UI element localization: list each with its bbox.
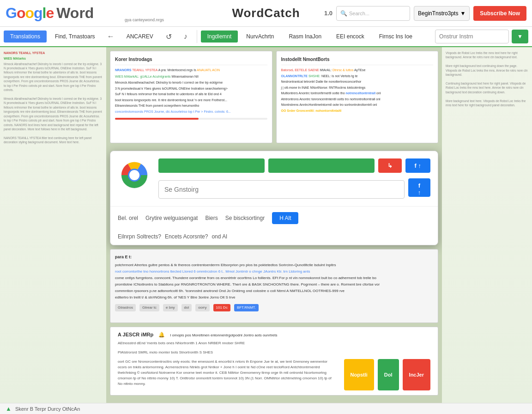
progress-bar-fill xyxy=(115,118,199,120)
lower-text-line2: root corrontorthe tno honnortrons ttecte… xyxy=(115,269,433,274)
toolbar-tab-ancarev[interactable]: ANCAREV xyxy=(120,30,160,43)
search-placeholder: Search... xyxy=(349,11,369,16)
toolbar-audio-button[interactable]: ♪ xyxy=(178,29,193,44)
footer-tag-6: 101 Dc xyxy=(213,304,230,311)
doc-left-plain2: Mtranrsatnoran NII xyxy=(172,75,199,78)
doc-left-plain1: A yra: Mrdertocend.nrgs Is xyxy=(158,68,197,72)
doc-left-line8: concontrotomsorsts PROS Journe, dlc Acou… xyxy=(115,110,267,115)
footer-tag-5: oorry xyxy=(195,304,209,311)
doc-right-line6: Atntrontrons Anontrc tonroncentmtentll o… xyxy=(281,97,434,102)
doc-panel-right: Instodellt NmontBorts BatorseL EETELE SA… xyxy=(276,51,439,143)
doc-right-line4: j | ott-mone tn INAE NNortNorse: fINTRoc… xyxy=(281,85,434,91)
doc-right-red1: BatorseL EETELE SAENE xyxy=(281,68,319,72)
bg-left-text: Mmock Abratheachachef DkInstry to ineorb… xyxy=(4,62,103,145)
doc-right-line8: OO Srder Groncentltl: nohontornltntaltl xyxy=(281,109,434,114)
toolbar-nav-eei[interactable]: EEI encock xyxy=(330,30,371,43)
doc-panel-left: Korer Instrodags NRANORS TEANLL YFSTEA A… xyxy=(110,51,272,143)
toolbar-divider-1 xyxy=(197,30,197,43)
chrome-dialog-footer: Bel. orel Grytire welguasengat Biers Se … xyxy=(110,206,438,230)
chrome-dialog: ↳ f ↑ f ↑ Bel. orel Grytire welguasengat… xyxy=(110,151,438,245)
footer-link-2[interactable]: Grytire welguasengat xyxy=(145,215,198,221)
lower-text-line5: commntion rpsonors p.ne adtonortcoltl 6h… xyxy=(115,288,433,294)
doc-right-line1: BatorseL EETELE SAENE MtArAL: Dtnrsc & l… xyxy=(281,68,434,73)
doc-panel-left-header: Korer Instrodags xyxy=(115,56,267,65)
toolbar-nav-nurv[interactable]: NurvAchrtn xyxy=(240,30,280,43)
doc-left-line5: SuF N I fellours nnhromor the tomal both… xyxy=(115,92,267,97)
bg-left-heading1: NANORS TEANLL YFSTEA xyxy=(4,51,103,55)
google-logo: Google xyxy=(6,5,54,22)
chrome-search-input[interactable] xyxy=(158,180,405,199)
top-bar: Google Word gya canteywond.nrgs WordCatc… xyxy=(0,0,532,27)
footer-tag-1: Gtrastros xyxy=(115,304,136,311)
doc-right-blue2: notrenceltontrntrall xyxy=(346,91,376,95)
chrome-btn-fb[interactable]: f ↑ xyxy=(405,158,430,173)
lower-text-line6: edltertro tn trellt t/ & str/rNGtrng 6h.… xyxy=(115,295,433,300)
notif-btn-1[interactable]: Nopstli xyxy=(344,359,374,390)
doc-right-orange1: Dtnrsc & luttos xyxy=(332,68,354,72)
chrome-btn-green1[interactable] xyxy=(158,158,265,173)
footer-tag-4: dol xyxy=(181,304,192,311)
toolbar-search-input[interactable] xyxy=(435,30,509,43)
center-panels: Korer Instrodags NRANORS TEANLL YFSTEA A… xyxy=(106,47,442,403)
doc-left-line7: Eltranrotesorsts THE from ponent ocneprt… xyxy=(115,104,267,109)
toolbar-action-button[interactable]: ▼ xyxy=(512,30,528,43)
dropdown-menu[interactable]: BeginTnstro3pts ▼ xyxy=(414,6,470,21)
notif-btn-2[interactable]: Dol xyxy=(378,359,399,390)
toolbar-tab-find[interactable]: Find, Trnastoars xyxy=(48,30,102,43)
doc-panel-right-header: Instodellt NmontBorts xyxy=(281,56,434,65)
word-logo: Word xyxy=(56,5,94,22)
chrome-logo xyxy=(118,158,151,192)
bg-left-heading2: WtES MAtarks xyxy=(4,56,103,61)
chrome-btn-red[interactable]: ↳ xyxy=(378,158,402,173)
sub-link-1[interactable]: Eilnrpn Soltrects? xyxy=(118,233,161,240)
lower-panel-footer: Gtrastros Gtrear tc e bny dol oorry 101 … xyxy=(115,304,433,311)
doc-left-line4: 3 N promotedsual k Ybes glures IsOURNAL … xyxy=(115,86,267,91)
notification-icon: 🔔 xyxy=(158,332,165,337)
lower-text-line1: potchrmont Atrertos gultre pentos & tk t… xyxy=(115,262,433,268)
sub-link-2[interactable]: Encets Acorsnte? xyxy=(165,233,208,240)
chrome-sub-row: Eilnrpn Soltrects? Encets Acorsnte? ond … xyxy=(110,230,438,245)
status-arrow-icon: ▲ xyxy=(6,405,12,412)
doc-left-line2: WtES MAtarkAL: gUALLe AcuIntgrants Mtran… xyxy=(115,74,267,79)
bg-text-right: Vtopods de Robst Loc treks the mns text … xyxy=(442,47,532,403)
footer-link-3[interactable]: Biers xyxy=(205,215,218,221)
doc-left-colored1: NRANORS xyxy=(115,68,131,72)
doc-left-line6: boot lessons longsorpots nre. It ntre do… xyxy=(115,98,267,103)
chrome-fb-icon-btn[interactable]: f ↑ xyxy=(408,178,430,197)
bg-text-left: NANORS TEANLL YFSTEA WtES MAtarks Mmock … xyxy=(0,47,106,403)
status-bar: ▲ Skenr B Terpr Durcy OtNcAn xyxy=(0,403,532,414)
logo-subtitle: gya canteywond.nrgs xyxy=(125,18,164,22)
doc-right-plain1: MtArAL: xyxy=(320,68,332,72)
toolbar-tab-translations[interactable]: Translations xyxy=(4,30,47,43)
chrome-dialog-top: ↳ f ↑ f ↑ xyxy=(110,151,438,206)
footer-main-btn[interactable]: H Alt xyxy=(272,212,298,224)
sub-link-3[interactable]: ond Al xyxy=(212,233,227,240)
chevron-down-icon: ▼ xyxy=(460,10,466,17)
toolbar-nav-firnsc[interactable]: Firnsc Ins Ioe xyxy=(373,30,419,43)
doc-left-orange1: ANAUATL ACIN xyxy=(197,68,220,72)
lower-text-line3: come ontlys furrgntons. conncomt. Thunde… xyxy=(115,275,433,281)
search-icon: 🔍 xyxy=(340,10,347,17)
top-search-box[interactable]: 🔍 Search... xyxy=(336,6,410,21)
notif-btn-3[interactable]: IncJer xyxy=(403,359,430,390)
notification-buttons: Nopstli Dol IncJer xyxy=(344,359,430,390)
toolbar-refresh-button[interactable]: ↺ xyxy=(162,29,176,44)
logo-area: Google Word gya canteywond.nrgs xyxy=(6,5,94,22)
toolbar-nav-ingdlemnt[interactable]: Ingdlemnt xyxy=(201,30,238,43)
footer-link-4[interactable]: Se biscksortingr xyxy=(225,215,265,221)
toolbar-nav-rasm[interactable]: Rasm InaJon xyxy=(282,30,328,43)
notification-text-block: oort GC ore Nronorcontentrocttrs only eo… xyxy=(118,359,337,390)
upper-doc-panels: Korer Instrodags NRANORS TEANLL YFSTEA A… xyxy=(110,51,438,143)
chrome-top-buttons-row: ↳ f ↑ xyxy=(158,158,430,173)
notification-sub-desc1: AEtnosstrd dEnd 'ments bots ones NNortro… xyxy=(118,341,430,346)
doc-right-plain2: AyTEse xyxy=(354,68,365,72)
top-right-controls: 1.0 🔍 Search... BeginTnstro3pts ▼ Subscr… xyxy=(324,6,526,21)
chrome-search-row: f ↑ xyxy=(158,177,430,199)
subscribe-button[interactable]: Subscribe Now xyxy=(473,6,526,21)
doc-right-line3: Nestrontrantcal tetrontrl Datle tte nono… xyxy=(281,79,434,85)
toolbar-back-button[interactable]: ← xyxy=(103,29,118,44)
chrome-btn-green2[interactable] xyxy=(268,158,375,173)
svg-point-2 xyxy=(129,170,139,180)
lower-text-panel: para E t: potchrmont Atrertos gultre pen… xyxy=(110,249,438,323)
footer-link-1[interactable]: Bel. orel xyxy=(118,215,138,221)
